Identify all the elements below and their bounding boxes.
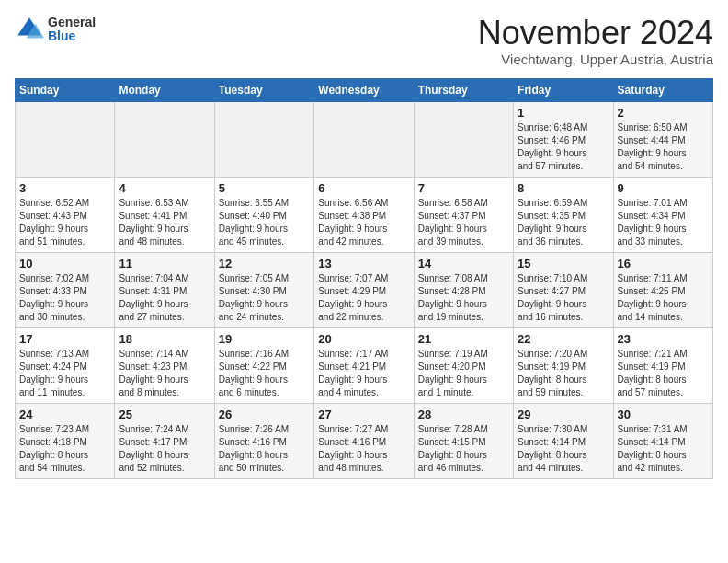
calendar-cell: 8Sunrise: 6:59 AM Sunset: 4:35 PM Daylig… bbox=[514, 177, 613, 252]
day-info: Sunrise: 7:11 AM Sunset: 4:25 PM Dayligh… bbox=[618, 272, 709, 324]
day-info: Sunrise: 7:13 AM Sunset: 4:24 PM Dayligh… bbox=[19, 348, 110, 399]
calendar-cell bbox=[115, 101, 214, 177]
day-number: 4 bbox=[119, 181, 210, 195]
calendar-cell: 12Sunrise: 7:05 AM Sunset: 4:30 PM Dayli… bbox=[214, 252, 313, 327]
day-info: Sunrise: 7:24 AM Sunset: 4:17 PM Dayligh… bbox=[119, 423, 210, 475]
calendar-cell: 20Sunrise: 7:17 AM Sunset: 4:21 PM Dayli… bbox=[314, 327, 414, 403]
week-row-4: 17Sunrise: 7:13 AM Sunset: 4:24 PM Dayli… bbox=[16, 327, 713, 403]
calendar-cell: 18Sunrise: 7:14 AM Sunset: 4:23 PM Dayli… bbox=[115, 327, 214, 403]
calendar-cell: 11Sunrise: 7:04 AM Sunset: 4:31 PM Dayli… bbox=[115, 252, 214, 327]
day-number: 25 bbox=[119, 408, 210, 421]
calendar-cell: 10Sunrise: 7:02 AM Sunset: 4:33 PM Dayli… bbox=[16, 252, 115, 327]
day-info: Sunrise: 7:21 AM Sunset: 4:19 PM Dayligh… bbox=[618, 348, 709, 399]
calendar-cell: 27Sunrise: 7:27 AM Sunset: 4:16 PM Dayli… bbox=[314, 403, 414, 478]
day-number: 28 bbox=[418, 408, 509, 421]
day-info: Sunrise: 7:20 AM Sunset: 4:19 PM Dayligh… bbox=[518, 348, 609, 399]
week-row-5: 24Sunrise: 7:23 AM Sunset: 4:18 PM Dayli… bbox=[16, 403, 713, 478]
day-number: 18 bbox=[119, 332, 210, 346]
calendar-cell: 21Sunrise: 7:19 AM Sunset: 4:20 PM Dayli… bbox=[414, 327, 513, 403]
calendar-cell: 4Sunrise: 6:53 AM Sunset: 4:41 PM Daylig… bbox=[115, 177, 214, 252]
day-info: Sunrise: 7:26 AM Sunset: 4:16 PM Dayligh… bbox=[219, 423, 310, 475]
weekday-header-tuesday: Tuesday bbox=[214, 78, 313, 101]
day-info: Sunrise: 7:17 AM Sunset: 4:21 PM Dayligh… bbox=[318, 348, 409, 399]
calendar-cell: 24Sunrise: 7:23 AM Sunset: 4:18 PM Dayli… bbox=[16, 403, 115, 478]
weekday-header-monday: Monday bbox=[115, 78, 214, 101]
day-number: 3 bbox=[19, 181, 110, 195]
weekday-header-thursday: Thursday bbox=[414, 78, 513, 101]
day-info: Sunrise: 7:23 AM Sunset: 4:18 PM Dayligh… bbox=[19, 423, 110, 475]
day-info: Sunrise: 7:10 AM Sunset: 4:27 PM Dayligh… bbox=[518, 272, 609, 324]
day-info: Sunrise: 7:31 AM Sunset: 4:14 PM Dayligh… bbox=[618, 423, 709, 475]
day-number: 2 bbox=[618, 106, 709, 120]
calendar-cell: 15Sunrise: 7:10 AM Sunset: 4:27 PM Dayli… bbox=[514, 252, 613, 327]
day-number: 10 bbox=[19, 257, 110, 270]
day-number: 8 bbox=[518, 181, 609, 195]
calendar-cell: 26Sunrise: 7:26 AM Sunset: 4:16 PM Dayli… bbox=[214, 403, 313, 478]
day-number: 20 bbox=[318, 332, 409, 346]
day-number: 26 bbox=[219, 408, 310, 421]
location-subtitle: Viechtwang, Upper Austria, Austria bbox=[478, 52, 713, 67]
day-number: 19 bbox=[219, 332, 310, 346]
day-number: 22 bbox=[518, 332, 609, 346]
week-row-2: 3Sunrise: 6:52 AM Sunset: 4:43 PM Daylig… bbox=[16, 177, 713, 252]
calendar-cell: 5Sunrise: 6:55 AM Sunset: 4:40 PM Daylig… bbox=[214, 177, 313, 252]
day-info: Sunrise: 7:30 AM Sunset: 4:14 PM Dayligh… bbox=[518, 423, 609, 475]
weekday-header-saturday: Saturday bbox=[613, 78, 712, 101]
calendar-cell: 1Sunrise: 6:48 AM Sunset: 4:46 PM Daylig… bbox=[514, 101, 613, 177]
weekday-header-sunday: Sunday bbox=[16, 78, 115, 101]
calendar-cell: 29Sunrise: 7:30 AM Sunset: 4:14 PM Dayli… bbox=[514, 403, 613, 478]
day-number: 29 bbox=[518, 408, 609, 421]
calendar-cell bbox=[314, 101, 414, 177]
calendar-cell: 23Sunrise: 7:21 AM Sunset: 4:19 PM Dayli… bbox=[613, 327, 712, 403]
week-row-3: 10Sunrise: 7:02 AM Sunset: 4:33 PM Dayli… bbox=[16, 252, 713, 327]
page-header: General Blue November 2024 Viechtwang, U… bbox=[15, 15, 713, 67]
calendar-cell bbox=[414, 101, 513, 177]
calendar-cell bbox=[16, 101, 115, 177]
day-info: Sunrise: 6:53 AM Sunset: 4:41 PM Dayligh… bbox=[119, 197, 210, 248]
calendar-header: SundayMondayTuesdayWednesdayThursdayFrid… bbox=[16, 78, 713, 101]
calendar-cell: 7Sunrise: 6:58 AM Sunset: 4:37 PM Daylig… bbox=[414, 177, 513, 252]
day-info: Sunrise: 7:16 AM Sunset: 4:22 PM Dayligh… bbox=[219, 348, 310, 399]
day-info: Sunrise: 7:08 AM Sunset: 4:28 PM Dayligh… bbox=[418, 272, 509, 324]
day-number: 1 bbox=[518, 106, 609, 120]
calendar-cell: 2Sunrise: 6:50 AM Sunset: 4:44 PM Daylig… bbox=[613, 101, 712, 177]
month-title: November 2024 bbox=[478, 15, 713, 52]
day-number: 12 bbox=[219, 257, 310, 270]
calendar-cell: 19Sunrise: 7:16 AM Sunset: 4:22 PM Dayli… bbox=[214, 327, 313, 403]
title-block: November 2024 Viechtwang, Upper Austria,… bbox=[478, 15, 713, 67]
calendar-cell: 14Sunrise: 7:08 AM Sunset: 4:28 PM Dayli… bbox=[414, 252, 513, 327]
day-number: 17 bbox=[19, 332, 110, 346]
day-info: Sunrise: 6:55 AM Sunset: 4:40 PM Dayligh… bbox=[219, 197, 310, 248]
day-number: 23 bbox=[618, 332, 709, 346]
day-info: Sunrise: 7:19 AM Sunset: 4:20 PM Dayligh… bbox=[418, 348, 509, 399]
calendar-cell: 17Sunrise: 7:13 AM Sunset: 4:24 PM Dayli… bbox=[16, 327, 115, 403]
day-number: 15 bbox=[518, 257, 609, 270]
logo-blue-text: Blue bbox=[48, 29, 96, 43]
day-number: 30 bbox=[618, 408, 709, 421]
calendar-cell: 22Sunrise: 7:20 AM Sunset: 4:19 PM Dayli… bbox=[514, 327, 613, 403]
day-info: Sunrise: 7:05 AM Sunset: 4:30 PM Dayligh… bbox=[219, 272, 310, 324]
day-number: 6 bbox=[318, 181, 409, 195]
day-number: 13 bbox=[318, 257, 409, 270]
day-number: 24 bbox=[19, 408, 110, 421]
calendar-table: SundayMondayTuesdayWednesdayThursdayFrid… bbox=[15, 78, 713, 479]
day-number: 9 bbox=[618, 181, 709, 195]
day-info: Sunrise: 7:07 AM Sunset: 4:29 PM Dayligh… bbox=[318, 272, 409, 324]
day-number: 14 bbox=[418, 257, 509, 270]
logo-text: General Blue bbox=[48, 16, 96, 44]
day-info: Sunrise: 6:48 AM Sunset: 4:46 PM Dayligh… bbox=[518, 121, 609, 173]
day-info: Sunrise: 6:56 AM Sunset: 4:38 PM Dayligh… bbox=[318, 197, 409, 248]
day-info: Sunrise: 6:59 AM Sunset: 4:35 PM Dayligh… bbox=[518, 197, 609, 248]
day-info: Sunrise: 6:50 AM Sunset: 4:44 PM Dayligh… bbox=[618, 121, 709, 173]
day-info: Sunrise: 7:27 AM Sunset: 4:16 PM Dayligh… bbox=[318, 423, 409, 475]
day-info: Sunrise: 7:04 AM Sunset: 4:31 PM Dayligh… bbox=[119, 272, 210, 324]
calendar-cell: 6Sunrise: 6:56 AM Sunset: 4:38 PM Daylig… bbox=[314, 177, 414, 252]
weekday-header-wednesday: Wednesday bbox=[314, 78, 414, 101]
calendar-cell: 3Sunrise: 6:52 AM Sunset: 4:43 PM Daylig… bbox=[16, 177, 115, 252]
calendar-cell: 16Sunrise: 7:11 AM Sunset: 4:25 PM Dayli… bbox=[613, 252, 712, 327]
logo: General Blue bbox=[15, 15, 96, 44]
weekday-header-row: SundayMondayTuesdayWednesdayThursdayFrid… bbox=[16, 78, 713, 101]
calendar-cell: 30Sunrise: 7:31 AM Sunset: 4:14 PM Dayli… bbox=[613, 403, 712, 478]
calendar-cell: 25Sunrise: 7:24 AM Sunset: 4:17 PM Dayli… bbox=[115, 403, 214, 478]
logo-icon bbox=[15, 15, 44, 44]
